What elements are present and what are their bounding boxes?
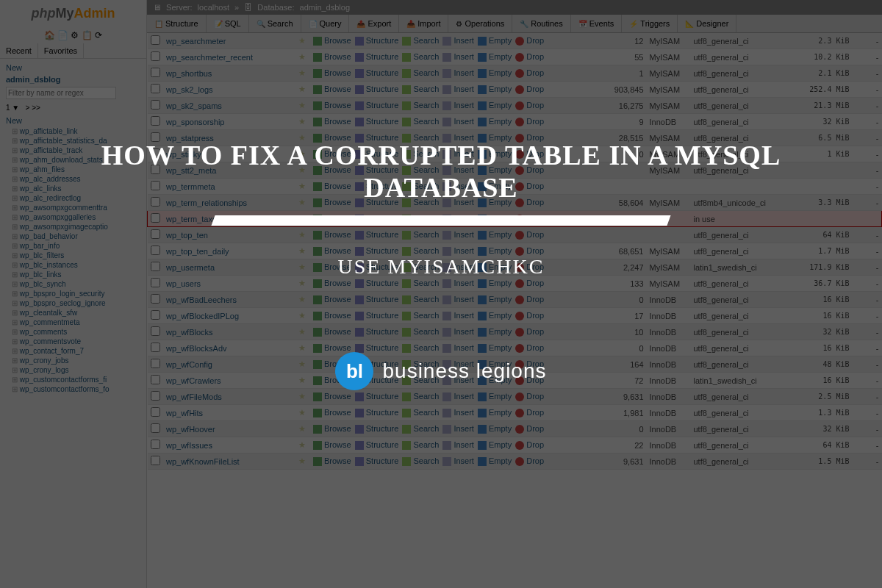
action-browse[interactable]: Browse xyxy=(324,52,351,61)
action-drop[interactable]: Drop xyxy=(526,327,544,336)
action-empty[interactable]: Empty xyxy=(489,376,512,384)
action-structure[interactable]: Structure xyxy=(366,408,399,417)
action-browse[interactable]: Browse xyxy=(324,149,351,158)
row-checkbox[interactable] xyxy=(151,423,160,433)
row-checkbox[interactable] xyxy=(151,245,160,255)
star-icon[interactable]: ★ xyxy=(295,308,310,324)
tree-table-item[interactable]: wp_affictable_track xyxy=(12,146,143,155)
action-insert[interactable]: Insert xyxy=(453,101,474,110)
row-checkbox[interactable] xyxy=(151,391,160,401)
action-search[interactable]: Search xyxy=(413,279,439,287)
tree-table-item[interactable]: wp_affictable_statistics_da xyxy=(12,136,143,146)
action-search[interactable]: Search xyxy=(413,295,439,304)
tree-table-item[interactable]: wp_ahm_download_stats xyxy=(12,155,143,165)
action-insert[interactable]: Insert xyxy=(453,262,474,271)
action-search[interactable]: Search xyxy=(413,440,439,449)
action-drop[interactable]: Drop xyxy=(526,295,544,304)
table-name[interactable]: wp_users xyxy=(163,276,295,292)
action-browse[interactable]: Browse xyxy=(324,36,351,45)
row-checkbox[interactable] xyxy=(151,262,160,271)
table-name[interactable]: wp_wfBlockedIPLog xyxy=(163,308,295,324)
action-empty[interactable]: Empty xyxy=(489,165,512,174)
action-empty[interactable]: Empty xyxy=(489,327,512,336)
action-browse[interactable]: Browse xyxy=(324,424,351,433)
tab-query[interactable]: 📄Query xyxy=(301,15,350,32)
action-search[interactable]: Search xyxy=(413,246,439,255)
action-drop[interactable]: Drop xyxy=(526,101,544,110)
tree-table-item[interactable]: wp_blc_filters xyxy=(12,251,143,260)
action-insert[interactable]: Insert xyxy=(453,230,474,239)
action-insert[interactable]: Insert xyxy=(453,36,474,45)
tree-database[interactable]: admin_dsblog xyxy=(3,74,143,85)
tree-table-item[interactable]: wp_commentsvote xyxy=(12,337,143,346)
action-empty[interactable]: Empty xyxy=(489,52,512,61)
action-empty[interactable]: Empty xyxy=(489,214,512,223)
action-browse[interactable]: Browse xyxy=(324,359,351,368)
action-browse[interactable]: Browse xyxy=(324,262,351,271)
action-structure[interactable]: Structure xyxy=(366,311,399,320)
action-search[interactable]: Search xyxy=(413,262,439,271)
action-empty[interactable]: Empty xyxy=(489,279,512,287)
action-drop[interactable]: Drop xyxy=(526,214,544,223)
action-empty[interactable]: Empty xyxy=(489,133,512,142)
row-checkbox[interactable] xyxy=(151,181,160,190)
table-name[interactable]: wp_wfBlocks xyxy=(163,324,295,340)
star-icon[interactable]: ★ xyxy=(295,98,310,114)
action-structure[interactable]: Structure xyxy=(366,246,399,255)
tab-favorites[interactable]: Favorites xyxy=(38,43,84,58)
row-checkbox[interactable] xyxy=(151,51,160,61)
star-icon[interactable]: ★ xyxy=(295,146,310,162)
star-icon[interactable]: ★ xyxy=(295,292,310,308)
action-browse[interactable]: Browse xyxy=(324,85,351,93)
action-drop[interactable]: Drop xyxy=(526,133,544,142)
breadcrumb-database[interactable]: admin_dsblog xyxy=(300,3,351,12)
table-name[interactable]: wp_usermeta xyxy=(163,259,295,276)
tree-table-item[interactable]: wp_crony_logs xyxy=(12,365,143,375)
star-icon[interactable]: ★ xyxy=(295,227,310,243)
action-structure[interactable]: Structure xyxy=(366,295,399,304)
action-structure[interactable]: Structure xyxy=(366,52,399,61)
tree-table-item[interactable]: wp_customcontactforms_fi xyxy=(12,375,143,384)
action-empty[interactable]: Empty xyxy=(489,408,512,417)
tree-table-item[interactable]: wp_commentmeta xyxy=(12,318,143,327)
star-icon[interactable]: ★ xyxy=(295,453,310,470)
row-checkbox[interactable] xyxy=(151,375,160,384)
tree-table-item[interactable]: wp_cleantalk_sfw xyxy=(12,308,143,318)
action-drop[interactable]: Drop xyxy=(526,440,544,449)
tree-table-item[interactable]: wp_bar_info xyxy=(12,241,143,251)
action-empty[interactable]: Empty xyxy=(489,230,512,239)
action-search[interactable]: Search xyxy=(413,165,439,174)
row-checkbox[interactable] xyxy=(151,343,160,352)
star-icon[interactable]: ★ xyxy=(295,373,310,389)
action-structure[interactable]: Structure xyxy=(366,262,399,271)
action-drop[interactable]: Drop xyxy=(526,149,544,158)
table-name[interactable]: wp_wfHoover xyxy=(163,421,295,437)
action-drop[interactable]: Drop xyxy=(526,456,544,465)
action-structure[interactable]: Structure xyxy=(366,133,399,142)
action-structure[interactable]: Structure xyxy=(366,327,399,336)
table-name[interactable]: wp_sk2_logs xyxy=(163,82,295,98)
action-insert[interactable]: Insert xyxy=(453,133,474,142)
star-icon[interactable]: ★ xyxy=(295,340,310,356)
action-insert[interactable]: Insert xyxy=(453,456,474,465)
action-empty[interactable]: Empty xyxy=(489,85,512,93)
tree-table-item[interactable]: wp_alc_addresses xyxy=(12,174,143,184)
table-name[interactable]: wp_wfHits xyxy=(163,405,295,421)
table-name[interactable]: wp_statpress xyxy=(163,130,295,146)
action-insert[interactable]: Insert xyxy=(453,68,474,77)
action-search[interactable]: Search xyxy=(413,230,439,239)
row-checkbox[interactable] xyxy=(151,132,160,142)
row-checkbox[interactable] xyxy=(151,407,160,417)
action-browse[interactable]: Browse xyxy=(324,68,351,77)
tab-operations[interactable]: ⚙Operations xyxy=(448,15,512,32)
action-insert[interactable]: Insert xyxy=(453,85,474,93)
action-structure[interactable]: Structure xyxy=(366,376,399,384)
star-icon[interactable]: ★ xyxy=(295,259,310,276)
table-name[interactable]: wp_termmeta xyxy=(163,179,295,195)
tree-table-item[interactable]: wp_ahm_files xyxy=(12,165,143,174)
action-browse[interactable]: Browse xyxy=(324,246,351,255)
action-empty[interactable]: Empty xyxy=(489,424,512,433)
table-name[interactable]: wp_term_taxonomy xyxy=(163,211,295,227)
action-structure[interactable]: Structure xyxy=(366,343,399,352)
star-icon[interactable]: ★ xyxy=(295,179,310,195)
